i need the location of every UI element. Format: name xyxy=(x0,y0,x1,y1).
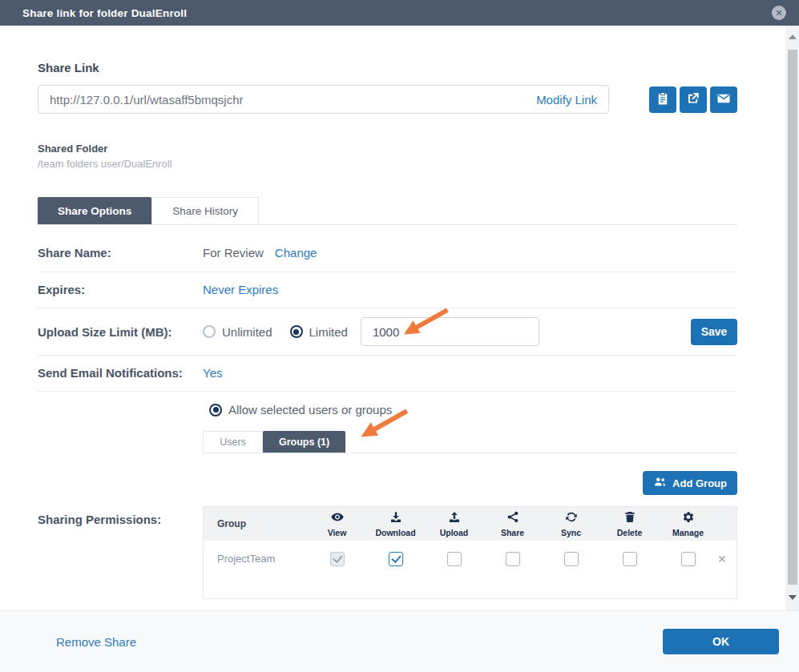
sync-icon xyxy=(564,510,579,527)
scrollbar-thumb[interactable] xyxy=(788,50,797,585)
delete-checkbox[interactable] xyxy=(623,552,637,566)
column-label-delete: Delete xyxy=(617,528,643,537)
share-url-field[interactable]: http://127.0.0.1/url/wtasaff5bmqsjchr Mo… xyxy=(38,85,609,114)
email-notifications-row: Send Email Notifications: Yes xyxy=(38,356,737,392)
download-icon xyxy=(389,510,403,527)
share-link-dialog: Share link for folder DualEnroll ✕ Share… xyxy=(0,0,799,672)
envelope-icon xyxy=(716,91,731,108)
view-checkbox xyxy=(330,552,345,566)
column-header-sync: Sync xyxy=(542,510,600,537)
scroll-down-icon xyxy=(789,595,797,600)
dialog-body: Share Link http://127.0.0.1/url/wtasaff5… xyxy=(0,26,785,610)
column-label-view: View xyxy=(328,528,347,537)
clipboard-icon xyxy=(656,91,670,108)
column-header-group: Group xyxy=(204,518,308,529)
gear-icon xyxy=(681,510,696,527)
open-link-button[interactable] xyxy=(680,87,707,113)
upload-checkbox[interactable] xyxy=(447,552,462,566)
unlimited-radio-label[interactable]: Unlimited xyxy=(222,325,272,339)
dialog-footer: Remove Share OK xyxy=(0,610,799,672)
eye-icon xyxy=(330,510,345,527)
limited-radio-label[interactable]: Limited xyxy=(309,325,348,339)
modify-link-button[interactable]: Modify Link xyxy=(536,93,597,107)
add-group-row: Add Group xyxy=(38,453,737,495)
sharing-permissions-label: Sharing Permissions: xyxy=(38,506,203,599)
group-name: ProjectTeam xyxy=(204,553,308,565)
shared-folder-label: Shared Folder xyxy=(38,143,737,155)
share-link-row: http://127.0.0.1/url/wtasaff5bmqsjchr Mo… xyxy=(38,85,737,114)
upload-limit-row: Upload Size Limit (MB): Unlimited Limite… xyxy=(38,308,737,356)
save-button[interactable]: Save xyxy=(691,319,737,345)
tab-share-options[interactable]: Share Options xyxy=(38,197,151,224)
table-filler xyxy=(204,577,736,598)
change-share-name-link[interactable]: Change xyxy=(275,246,317,260)
main-tabs: Share Options Share History xyxy=(38,197,737,225)
sharing-permissions-section: Sharing Permissions: Group View Dow xyxy=(38,506,737,599)
allow-selected-row: Allow selected users or groups xyxy=(38,392,737,426)
column-label-download: Download xyxy=(375,528,415,537)
share-url-value: http://127.0.0.1/url/wtasaff5bmqsjchr xyxy=(50,93,536,107)
upload-icon xyxy=(447,510,462,527)
ok-button[interactable]: OK xyxy=(663,629,779,654)
share-icon xyxy=(506,510,520,527)
column-label-share: Share xyxy=(501,528,524,537)
expires-label: Expires: xyxy=(38,283,203,296)
sync-checkbox[interactable] xyxy=(564,552,579,566)
permissions-table-row: ProjectTeam ✕ xyxy=(204,541,736,577)
column-header-manage: Manage xyxy=(659,510,717,537)
external-link-icon xyxy=(686,91,700,108)
email-notifications-value-link[interactable]: Yes xyxy=(203,366,222,380)
dialog-header: Share link for folder DualEnroll ✕ xyxy=(0,0,799,26)
manage-checkbox[interactable] xyxy=(681,552,696,566)
allow-selected-radio-label[interactable]: Allow selected users or groups xyxy=(228,403,392,416)
remove-share-link[interactable]: Remove Share xyxy=(56,635,136,649)
share-name-value: For Review xyxy=(203,246,264,260)
scroll-up-icon xyxy=(789,34,797,39)
column-header-delete: Delete xyxy=(600,510,659,537)
column-label-manage: Manage xyxy=(672,528,704,537)
tab-users[interactable]: Users xyxy=(203,431,263,453)
expires-value-link[interactable]: Never Expires xyxy=(203,283,278,296)
scroll-up-button[interactable] xyxy=(785,30,799,43)
permissions-table: Group View Download xyxy=(203,506,737,599)
scroll-down-button[interactable] xyxy=(785,591,799,604)
access-tabs: Users Groups (1) xyxy=(203,431,737,453)
share-checkbox[interactable] xyxy=(506,552,520,566)
unlimited-radio[interactable] xyxy=(203,325,216,338)
allow-selected-radio[interactable] xyxy=(209,404,222,416)
remove-group-icon[interactable]: ✕ xyxy=(717,553,736,565)
users-group-icon xyxy=(653,475,667,491)
shared-folder-path: /team folders user/DualEnroll xyxy=(38,158,737,170)
shared-folder-block: Shared Folder /team folders user/DualEnr… xyxy=(38,143,737,170)
upload-limit-label: Upload Size Limit (MB): xyxy=(38,325,203,339)
dialog-title: Share link for folder DualEnroll xyxy=(22,7,187,19)
close-icon[interactable]: ✕ xyxy=(772,6,786,20)
tab-groups[interactable]: Groups (1) xyxy=(263,431,345,453)
email-notifications-label: Send Email Notifications: xyxy=(38,366,203,380)
add-group-label: Add Group xyxy=(672,477,727,489)
trash-icon xyxy=(623,510,637,527)
limited-radio[interactable] xyxy=(290,325,303,338)
permissions-table-header: Group View Download xyxy=(204,507,736,541)
tab-share-history[interactable]: Share History xyxy=(151,197,259,224)
column-header-upload: Upload xyxy=(425,510,483,537)
email-link-button[interactable] xyxy=(710,87,737,113)
share-name-row: Share Name: For Review Change xyxy=(38,225,737,272)
link-action-buttons xyxy=(649,87,737,113)
column-label-sync: Sync xyxy=(561,528,581,537)
share-link-heading: Share Link xyxy=(38,61,737,74)
copy-link-button[interactable] xyxy=(649,87,676,113)
download-checkbox[interactable] xyxy=(389,552,403,566)
upload-limit-input[interactable] xyxy=(361,317,539,346)
add-group-button[interactable]: Add Group xyxy=(643,471,737,495)
column-header-view: View xyxy=(308,510,366,537)
scrollbar[interactable] xyxy=(785,26,799,610)
column-label-upload: Upload xyxy=(440,528,469,537)
share-name-label: Share Name: xyxy=(38,246,203,260)
column-header-share: Share xyxy=(483,510,542,537)
column-header-download: Download xyxy=(366,510,425,537)
expires-row: Expires: Never Expires xyxy=(38,272,737,308)
